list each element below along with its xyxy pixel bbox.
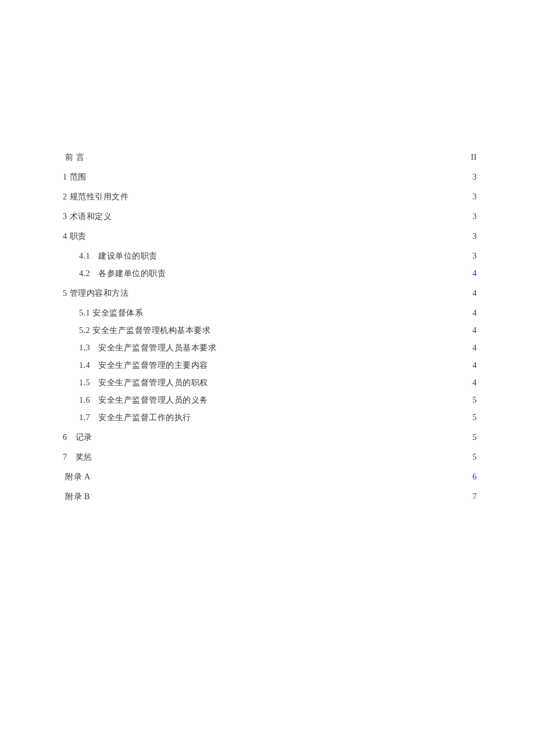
toc-entry-page: 4: [473, 326, 477, 335]
toc-entry[interactable]: 6记录5: [63, 432, 477, 443]
toc-entry-page: 4: [473, 378, 477, 388]
toc-entry-number: 4.1: [79, 252, 90, 261]
toc-entry[interactable]: 1.6安全生产监督管理人员的义务5: [63, 395, 477, 406]
toc-entry[interactable]: 5管理内容和方法4: [63, 288, 477, 299]
toc-entry-page: 5: [473, 413, 477, 422]
toc-entry-page: 4: [473, 289, 477, 298]
toc-entry-title: 附录 A: [63, 472, 91, 482]
toc-entry-number: 1.3: [79, 343, 90, 353]
toc-entry-page: 6: [473, 472, 477, 482]
toc-entry-page: 5: [473, 453, 477, 462]
toc-entry-title: 管理内容和方法: [67, 288, 129, 299]
toc-entry-title: 安全生产监督管理的主要内容: [90, 360, 208, 371]
toc-entry-page: 4: [473, 343, 477, 353]
toc-entry[interactable]: 1.3安全生产监督管理人员基本要求4: [63, 343, 477, 353]
page-container: 前 言II1范围32规范性引用文件33术语和定义34职责34.1建设单位的职责3…: [0, 0, 535, 502]
toc-entry-title: 奖惩: [67, 452, 92, 463]
toc-entry[interactable]: 附录 B7: [63, 492, 477, 502]
toc-entry-title: 规范性引用文件: [67, 192, 129, 202]
toc-entry[interactable]: 5.1安全监督体系4: [63, 308, 477, 318]
toc-entry-number: 1.6: [79, 396, 90, 405]
toc-entry-number: 4.2: [79, 269, 90, 278]
toc-entry[interactable]: 3术语和定义3: [63, 212, 477, 222]
toc-entry-page: 3: [473, 252, 477, 261]
toc-entry-page: 3: [473, 192, 477, 202]
toc-entry-number: 3: [63, 212, 67, 221]
toc-entry[interactable]: 附录 A6: [63, 472, 477, 482]
toc-entry-number: 1.5: [79, 378, 90, 388]
toc-entry-number: 1.4: [79, 361, 90, 370]
toc-entry-page: 5: [473, 433, 477, 442]
toc-entry-number: 1.7: [79, 413, 90, 422]
toc-entry-number: 5: [63, 289, 67, 298]
toc-entry-title: 安全生产监督工作的执行: [90, 413, 191, 423]
toc-entry[interactable]: 7奖惩5: [63, 452, 477, 463]
toc-entry[interactable]: 前 言II: [63, 152, 477, 163]
toc-entry-title: 安全生产监督管理人员的义务: [90, 395, 208, 406]
toc-entry-page: 4: [473, 309, 477, 318]
toc-entry-title: 前 言: [63, 152, 84, 163]
toc-entry[interactable]: 1范围3: [63, 172, 477, 182]
toc-entry-title: 记录: [67, 432, 92, 443]
toc-entry-title: 各参建单位的职责: [90, 268, 166, 279]
toc-entry[interactable]: 5.2安全生产监督管理机构基本要求4: [63, 325, 477, 336]
toc-entry-title: 建设单位的职责: [90, 251, 158, 261]
toc-entry-number: 2: [63, 192, 67, 202]
toc-entry-page: 3: [473, 232, 477, 241]
toc-entry[interactable]: 4职责3: [63, 231, 477, 242]
toc-entry[interactable]: 1.4安全生产监督管理的主要内容4: [63, 360, 477, 371]
toc-entry[interactable]: 2规范性引用文件3: [63, 192, 477, 202]
toc-entry-title: 安全生产监督管理人员基本要求: [90, 343, 216, 353]
toc-entry-title: 范围: [67, 172, 87, 182]
toc-entry-title: 术语和定义: [67, 212, 112, 222]
toc-entry-page: 7: [473, 492, 477, 501]
toc-entry-title: 安全监督体系: [90, 308, 143, 318]
toc-entry[interactable]: 4.1建设单位的职责3: [63, 251, 477, 261]
toc-entry-number: 1: [63, 173, 67, 182]
toc-entry-page: 5: [473, 396, 477, 405]
toc-entry-number: 4: [63, 232, 67, 241]
table-of-contents: 前 言II1范围32规范性引用文件33术语和定义34职责34.1建设单位的职责3…: [63, 152, 477, 502]
toc-entry-title: 附录 B: [63, 492, 90, 502]
toc-entry-title: 安全生产监督管理人员的职权: [90, 378, 208, 388]
toc-entry[interactable]: 1.7安全生产监督工作的执行5: [63, 413, 477, 423]
toc-entry-number: 6: [63, 433, 67, 442]
toc-entry-page: 3: [473, 212, 477, 221]
toc-entry-page: 4: [473, 361, 477, 370]
toc-entry-page: 4: [473, 269, 477, 278]
toc-entry-number: 5.2: [79, 326, 90, 335]
toc-entry-number: 7: [63, 453, 67, 462]
toc-entry-page: 3: [473, 173, 477, 182]
toc-entry[interactable]: 1.5安全生产监督管理人员的职权4: [63, 378, 477, 388]
toc-entry[interactable]: 4.2各参建单位的职责4: [63, 268, 477, 279]
toc-entry-page: II: [471, 153, 477, 162]
toc-entry-number: 5.1: [79, 309, 90, 318]
toc-entry-title: 安全生产监督管理机构基本要求: [90, 325, 211, 336]
toc-entry-title: 职责: [67, 231, 87, 242]
